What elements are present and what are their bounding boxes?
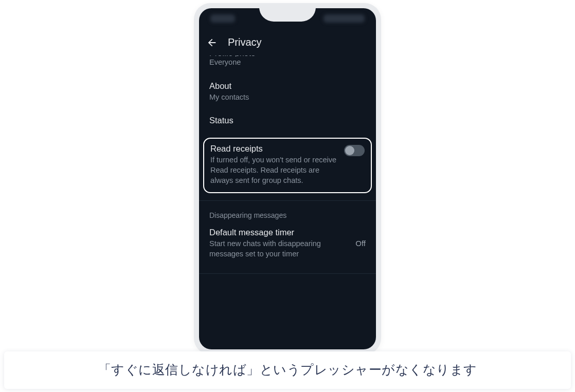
- setting-value: Off: [355, 239, 366, 248]
- setting-value: My contacts: [209, 92, 366, 103]
- status-time-blur: [210, 14, 235, 23]
- setting-about[interactable]: About My contacts: [199, 75, 376, 110]
- phone-notch: [259, 8, 316, 22]
- timer-text: Default message timer Start new chats wi…: [209, 228, 348, 259]
- read-receipts-toggle[interactable]: [344, 145, 365, 156]
- back-button[interactable]: [206, 37, 217, 47]
- section-header-disappearing: Disappearing messages: [199, 201, 376, 225]
- read-receipts-text: Read receipts If turned off, you won't s…: [210, 144, 339, 186]
- settings-scroll[interactable]: Profile photo Everyone About My contacts…: [199, 55, 376, 349]
- phone-screen: Privacy Profile photo Everyone About My …: [199, 8, 376, 349]
- app-header: Privacy: [199, 29, 376, 55]
- setting-status[interactable]: Status: [199, 109, 376, 133]
- caption-card: 「すぐに返信しなければ」というプレッシャーがなくなります: [4, 351, 571, 389]
- setting-title: Read receipts: [210, 144, 339, 154]
- toggle-knob: [345, 146, 354, 155]
- setting-description: If turned off, you won't send or receive…: [210, 155, 339, 186]
- setting-profile-photo[interactable]: Profile photo Everyone: [199, 55, 376, 75]
- setting-description: Start new chats with disappearing messag…: [209, 238, 348, 259]
- status-icons-blur: [324, 14, 365, 23]
- section-divider: [199, 273, 376, 274]
- setting-read-receipts-highlighted[interactable]: Read receipts If turned off, you won't s…: [203, 138, 372, 193]
- setting-title: Status: [209, 115, 366, 126]
- page-title: Privacy: [228, 36, 262, 48]
- phone-frame: Privacy Profile photo Everyone About My …: [194, 3, 381, 354]
- caption-text: 「すぐに返信しなければ」というプレッシャーがなくなります: [14, 360, 561, 380]
- arrow-left-icon: [206, 37, 218, 48]
- setting-title: Default message timer: [209, 228, 348, 237]
- setting-default-timer[interactable]: Default message timer Start new chats wi…: [199, 225, 376, 267]
- setting-title: About: [209, 80, 366, 91]
- setting-title: Profile photo: [209, 55, 366, 57]
- status-bar: [199, 8, 376, 29]
- setting-value: Everyone: [209, 58, 366, 68]
